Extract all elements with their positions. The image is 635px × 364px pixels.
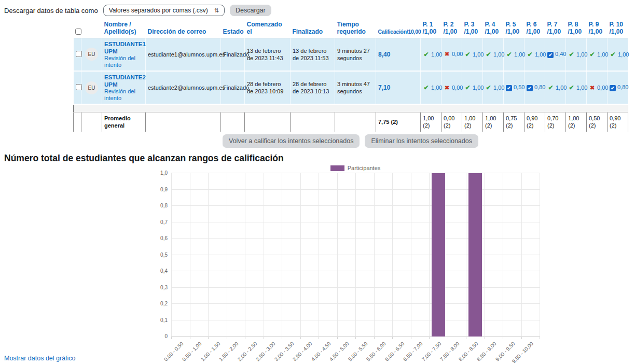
correct-icon: ✔ bbox=[506, 51, 513, 58]
email-column-header[interactable]: Dirección de correo bbox=[146, 19, 221, 38]
question-grade-link[interactable]: 0,00 bbox=[597, 85, 608, 91]
gridline-vertical bbox=[503, 173, 503, 337]
grade-column-header[interactable]: Calificación/10,00 bbox=[376, 19, 421, 38]
x-axis-tick-mark bbox=[374, 337, 375, 339]
question-grade-link[interactable]: 1,00 bbox=[431, 51, 442, 58]
question-column-header[interactable]: P. 5/1,00 bbox=[504, 19, 524, 38]
question-grade-link[interactable]: 1,00 bbox=[556, 85, 567, 91]
question-grade-link[interactable]: 1,00 bbox=[535, 51, 546, 58]
table-format-select[interactable]: Valores separados por comas (.csv) ⇅ bbox=[103, 5, 225, 16]
x-axis-tick-label: 0,00 - 0,50 bbox=[163, 341, 185, 362]
student-name-link[interactable]: ESTUDIANTE2 UPM bbox=[104, 74, 143, 88]
question-max-grade: /1,00 bbox=[589, 28, 605, 35]
avatar[interactable]: EU bbox=[85, 81, 98, 94]
table-format-selected-value: Valores separados por comas (.csv) bbox=[109, 7, 208, 14]
x-axis-tick-label: 7,50 - 8,00 bbox=[439, 341, 461, 362]
x-axis-tick-label: 7,00 - 7,50 bbox=[421, 341, 443, 362]
x-axis-tick-label: 4,00 - 4,50 bbox=[310, 341, 332, 362]
question-grade-link[interactable]: 1,00 bbox=[618, 51, 629, 58]
name-column-header[interactable]: Nombre / Apellido(s) bbox=[102, 19, 146, 38]
correct-icon: ✔ bbox=[423, 51, 430, 58]
average-question-grade: 0,50 (2) bbox=[587, 112, 608, 132]
average-question-grade: 1,00 (2) bbox=[566, 112, 587, 132]
question-grade-link[interactable]: 1,00 bbox=[473, 51, 484, 58]
question-column-header[interactable]: P. 4/1,00 bbox=[483, 19, 504, 38]
question-grade-link[interactable]: 0,50 bbox=[514, 84, 524, 90]
question-mark-cell: ✔1,00 bbox=[483, 71, 504, 104]
question-column-header[interactable]: P. 10/1,00 bbox=[608, 19, 628, 38]
question-label: P. 8 bbox=[568, 21, 585, 28]
question-grade-link[interactable]: 0,80 bbox=[534, 84, 545, 90]
question-mark-cell: ✔1,00 bbox=[566, 71, 587, 104]
question-grade-link[interactable]: 1,00 bbox=[493, 51, 504, 58]
question-column-header[interactable]: P. 9/1,00 bbox=[587, 19, 608, 38]
avatar[interactable]: EU bbox=[85, 48, 98, 61]
gridline-vertical bbox=[411, 173, 411, 337]
average-question-grade: 0,90 (2) bbox=[608, 112, 628, 132]
question-grade-link[interactable]: 1,00 bbox=[431, 85, 442, 91]
average-question-grade: 0,70 (2) bbox=[545, 112, 566, 132]
state-column-header[interactable]: Estado bbox=[221, 19, 245, 38]
chart-bar[interactable] bbox=[468, 173, 482, 337]
question-mark-cell: ✔1,00 bbox=[462, 71, 483, 104]
question-grade-link[interactable]: 0,40 bbox=[555, 51, 566, 57]
finished-column-header[interactable]: Finalizado bbox=[291, 19, 335, 38]
question-grade-link[interactable]: 1,00 bbox=[597, 51, 608, 58]
legend-label: Participantes bbox=[348, 165, 381, 171]
attempt-grade-link[interactable]: 7,10 bbox=[378, 84, 390, 91]
row-checkbox[interactable] bbox=[76, 51, 82, 57]
correct-icon: ✔ bbox=[464, 51, 471, 58]
download-button[interactable]: Descargar bbox=[230, 5, 271, 16]
question-grade-link[interactable]: 1,00 bbox=[473, 85, 484, 91]
question-column-header[interactable]: P. 6/1,00 bbox=[524, 19, 545, 38]
x-axis-tick-mark bbox=[448, 337, 448, 339]
regrade-button[interactable]: Volver a calificar los intentos seleccio… bbox=[223, 134, 360, 148]
table-header-row: Nombre / Apellido(s) Dirección de correo… bbox=[74, 19, 628, 38]
student-name-link[interactable]: ESTUDIANTE1 UPM bbox=[104, 40, 143, 55]
average-question-grade: 0,75 (2) bbox=[504, 112, 524, 132]
question-column-header[interactable]: P. 8/1,00 bbox=[566, 19, 587, 38]
x-axis-tick-label: 1,00 - 1,50 bbox=[200, 341, 222, 362]
chart-legend[interactable]: Participantes bbox=[171, 165, 540, 171]
gridline-vertical bbox=[337, 173, 338, 337]
question-grade-link[interactable]: 1,00 bbox=[514, 51, 525, 58]
time-taken: 9 minutos 27 segundos bbox=[335, 38, 376, 71]
question-max-grade: /1,00 bbox=[464, 28, 481, 35]
x-axis-tick-mark bbox=[227, 337, 227, 339]
question-mark-cell: ✔1,00 bbox=[587, 38, 608, 71]
review-attempt-link[interactable]: Revisión del intento bbox=[104, 55, 143, 68]
question-column-header[interactable]: P. 1/1,00 bbox=[421, 19, 441, 38]
x-axis-tick-label: 6,00 - 6,50 bbox=[384, 341, 406, 362]
question-grade-link[interactable]: 1,00 bbox=[493, 85, 504, 91]
question-grade-link[interactable]: 0,00 bbox=[452, 85, 463, 91]
correct-icon: ✔ bbox=[485, 51, 492, 58]
question-grade-link[interactable]: 0,80 bbox=[617, 84, 628, 90]
question-column-header[interactable]: P. 3/1,00 bbox=[462, 19, 483, 38]
question-grade-link[interactable]: 1,00 bbox=[576, 51, 587, 58]
x-axis-tick-mark bbox=[540, 337, 540, 339]
select-all-checkbox[interactable] bbox=[75, 29, 81, 35]
attempt-grade-link[interactable]: 8,40 bbox=[378, 51, 390, 58]
question-column-header[interactable]: P. 7/1,00 bbox=[545, 19, 566, 38]
table-horizontal-scrollbar[interactable] bbox=[74, 104, 628, 112]
question-max-grade: /1,00 bbox=[547, 28, 564, 35]
time-column-header[interactable]: Tiempo requerido bbox=[335, 19, 376, 38]
x-axis-tick-label: 8,50 - 9,00 bbox=[476, 341, 498, 362]
row-checkbox[interactable] bbox=[76, 84, 82, 90]
email-text: estudiante1@alumnos.upm.es bbox=[146, 38, 221, 71]
question-column-header[interactable]: P. 2/1,00 bbox=[441, 19, 462, 38]
question-grade-link[interactable]: 1,00 bbox=[576, 85, 587, 91]
question-grade-link[interactable]: 0,00 bbox=[452, 51, 463, 57]
average-question-grade: 0,00 (2) bbox=[441, 112, 462, 132]
show-chart-data-link[interactable]: Mostrar datos del gráfico bbox=[4, 355, 76, 362]
review-attempt-link[interactable]: Revisión del intento bbox=[104, 88, 143, 102]
delete-attempts-button[interactable]: Eliminar los intentos seleccionados bbox=[365, 134, 478, 148]
x-axis-tick-mark bbox=[282, 337, 282, 339]
finished-date: 28 de febrero de 2023 10:13 bbox=[291, 71, 335, 104]
chart-bar[interactable] bbox=[432, 173, 445, 337]
started-column-header[interactable]: Comenzado el bbox=[245, 19, 291, 38]
x-axis-tick-label: 3,00 - 3,50 bbox=[273, 341, 295, 362]
table-download-toolbar: Descargar datos de tabla como Valores se… bbox=[0, 0, 635, 17]
question-mark-cell: ✔1,00 bbox=[524, 38, 545, 71]
question-mark-cell: ✖0,00 bbox=[441, 71, 462, 104]
